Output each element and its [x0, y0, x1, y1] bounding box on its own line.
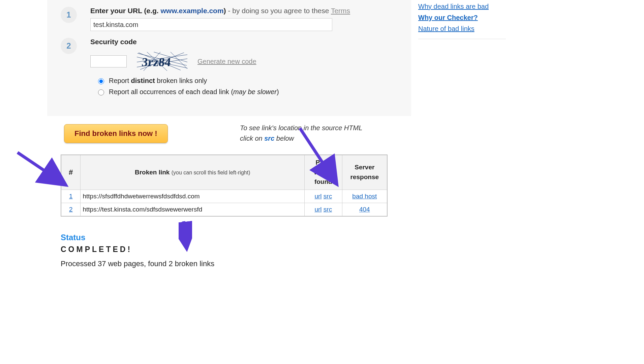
radio-all-occurrences[interactable]: Report all occurrences of each dead link…: [96, 88, 398, 96]
broken-links-table: # Broken link (you can scroll this field…: [61, 155, 388, 217]
step-1-badge: 1: [61, 7, 77, 23]
radio1-pre: Report: [109, 77, 131, 84]
step-1-label: Enter your URL (e.g. www.example.com) - …: [90, 7, 398, 15]
radio1-bold: distinct: [131, 77, 155, 84]
th-link-main: Broken link: [135, 169, 170, 176]
url-input[interactable]: [90, 18, 332, 31]
row-response-link[interactable]: bad host: [352, 193, 377, 200]
broken-link-cell[interactable]: https://sfsdffdhdwetwerrewsfdsdfdsd.com: [81, 190, 304, 203]
sidebar-link-why-checker[interactable]: Why our Checker?: [418, 14, 506, 22]
hint-line2-post: below: [274, 135, 294, 142]
row-url-link[interactable]: url: [314, 193, 321, 200]
broken-link-cell[interactable]: https://test.kinsta.com/sdfsdswewerwersf…: [81, 203, 304, 216]
th-number: #: [61, 155, 81, 190]
hint-text: To see link's location in the source HTM…: [240, 124, 375, 142]
th-page-where-found: Page where found: [304, 155, 342, 190]
table-row: 1 https://sfsdffdhdwetwerrewsfdsdfdsd.co…: [61, 190, 387, 203]
row-number-link[interactable]: 1: [69, 193, 73, 200]
step1-label-example: www.example.com: [160, 7, 223, 15]
step1-label-lead: Enter your URL (e.g.: [90, 7, 160, 15]
form-area: 1 Enter your URL (e.g. www.example.com) …: [47, 0, 411, 116]
hint-line1: To see link's location in the source HTM…: [240, 124, 375, 132]
radio1-post: broken links only: [155, 77, 207, 84]
security-code-input[interactable]: [90, 55, 127, 67]
terms-link[interactable]: Terms: [331, 7, 350, 15]
find-broken-links-button[interactable]: Find broken links now !: [64, 124, 168, 143]
sidebar-divider: [418, 39, 506, 39]
row-src-link[interactable]: src: [324, 206, 332, 213]
th-link-sub: (you can scroll this field left-right): [172, 170, 250, 175]
hint-line2-src: src: [264, 135, 274, 142]
status-summary: Processed 37 web pages, found 2 broken l…: [61, 259, 398, 268]
sidebar-link-nature[interactable]: Nature of bad links: [418, 25, 506, 33]
status-completed: COMPLETED!: [61, 245, 398, 254]
th-server-response: Server response: [342, 155, 387, 190]
radio2-pre: Report all occurrences of each dead link…: [109, 88, 233, 95]
generate-code-link[interactable]: Generate new code: [197, 58, 256, 65]
sidebar-link-why-dead[interactable]: Why dead links are bad: [418, 3, 506, 10]
row-url-link[interactable]: url: [314, 206, 321, 213]
th-broken-link: Broken link (you can scroll this field l…: [81, 155, 304, 190]
security-code-label: Security code: [90, 38, 398, 46]
radio-distinct-input[interactable]: [98, 78, 104, 84]
row-response-link[interactable]: 404: [359, 206, 370, 213]
row-number-link[interactable]: 2: [69, 206, 73, 213]
radio-all-input[interactable]: [98, 89, 104, 95]
radio-distinct[interactable]: Report distinct broken links only: [96, 77, 398, 85]
sidebar: Why dead links are bad Why our Checker? …: [418, 3, 506, 43]
step-2-badge: 2: [61, 38, 77, 54]
row-src-link[interactable]: src: [324, 193, 332, 200]
hint-line2-pre: click on: [240, 135, 264, 142]
step1-label-close: ): [224, 7, 226, 15]
step1-label-tail: - by doing so you agree to these: [226, 7, 331, 15]
radio2-em: may be slower: [233, 88, 277, 95]
table-row: 2 https://test.kinsta.com/sdfsdswewerwer…: [61, 203, 387, 216]
radio2-post: ): [277, 88, 279, 95]
status-heading: Status: [61, 233, 398, 242]
captcha-image: 3rz84: [137, 52, 187, 71]
captcha-text: 3rz84: [141, 55, 172, 69]
